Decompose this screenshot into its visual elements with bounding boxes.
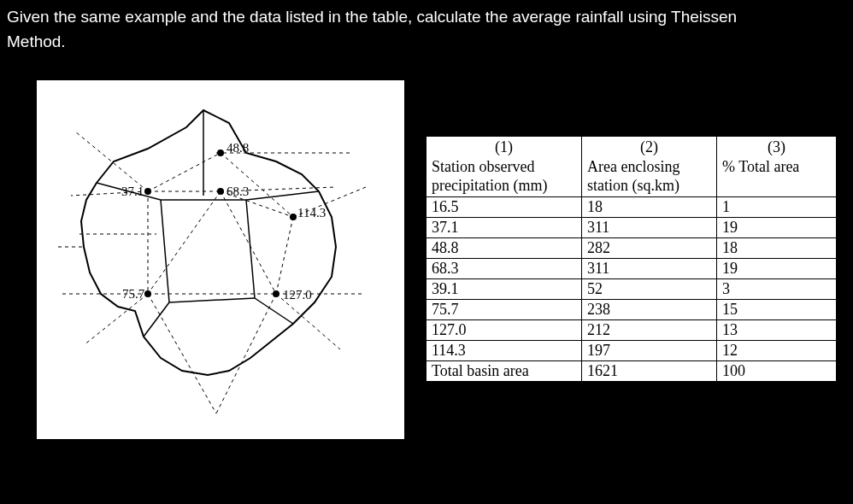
- col1-header: (1) Station observed precipitation (mm): [426, 137, 582, 197]
- station-label: 114.3: [297, 206, 326, 220]
- basin-outline: [81, 110, 336, 375]
- cell-pct: 3: [717, 278, 837, 299]
- table-row: 114.319712: [426, 340, 837, 360]
- cell-precip: 127.0: [426, 319, 582, 340]
- poly-edge: [169, 298, 255, 302]
- col1-num: (1): [432, 138, 576, 157]
- cell-area: 282: [582, 237, 717, 258]
- question-text: Given the same example and the data list…: [0, 0, 853, 59]
- theissen-diagram: 48.8 37.1 68.3 114.3 75.7 127.0: [37, 80, 404, 439]
- col2-text: Area enclosing station (sq.km): [587, 157, 711, 196]
- cell-precip: 37.1: [426, 217, 582, 237]
- table-row: 48.828218: [426, 237, 837, 258]
- col1-text: Station observed precipitation (mm): [432, 157, 576, 196]
- cell-pct: 18: [717, 237, 837, 258]
- cell-precip: 114.3: [426, 340, 582, 360]
- station-label: 37.1: [121, 185, 144, 198]
- cell-precip: 75.7: [426, 299, 582, 319]
- table-body: 16.5181 37.131119 48.828218 68.331119 39…: [426, 196, 837, 381]
- construction-line: [75, 132, 148, 191]
- cell-area: 18: [582, 196, 717, 217]
- diagram-svg: 48.8 37.1 68.3 114.3 75.7 127.0: [37, 80, 404, 439]
- cell-pct: 1: [717, 196, 837, 217]
- table-header-row: (1) Station observed precipitation (mm) …: [426, 137, 837, 197]
- cell-pct: 19: [717, 217, 837, 237]
- cell-precip: 39.1: [426, 278, 582, 299]
- station-label: 48.8: [226, 141, 249, 155]
- data-table-wrap: (1) Station observed precipitation (mm) …: [426, 136, 837, 382]
- cell-area: 197: [582, 340, 717, 360]
- col2-header: (2) Area enclosing station (sq.km): [582, 137, 717, 197]
- poly-edge: [161, 200, 169, 302]
- cell-area: 212: [582, 319, 717, 340]
- construction-line: [148, 153, 221, 191]
- cell-precip: 16.5: [426, 196, 582, 217]
- station-label: 127.0: [283, 288, 312, 302]
- station-label: 75.7: [122, 287, 145, 301]
- poly-edge: [255, 298, 293, 324]
- col3-text: % Total area: [722, 157, 831, 177]
- cell-area: 311: [582, 258, 717, 278]
- poly-edge: [246, 200, 255, 298]
- question-line-1: Given the same example and the data list…: [7, 8, 737, 26]
- station-point: [273, 290, 279, 297]
- construction-line: [148, 191, 221, 294]
- poly-edge: [246, 191, 319, 200]
- cell-pct: 12: [717, 340, 837, 360]
- station-point: [217, 188, 224, 195]
- cell-pct: 15: [717, 299, 837, 319]
- cell-precip: 48.8: [426, 237, 582, 258]
- station-point: [217, 149, 224, 156]
- construction-line: [216, 294, 276, 413]
- question-line-2: Method.: [7, 32, 66, 50]
- station-point: [144, 290, 151, 297]
- table-row: 16.5181: [426, 196, 837, 217]
- cell-precip: 68.3: [426, 258, 582, 278]
- data-table: (1) Station observed precipitation (mm) …: [426, 136, 837, 382]
- table-row: 37.131119: [426, 217, 837, 237]
- construction-line: [276, 294, 340, 349]
- construction-line: [221, 191, 276, 294]
- table-row: 39.1523: [426, 278, 837, 299]
- cell-total-pct: 100: [717, 360, 837, 381]
- content-area: 48.8 37.1 68.3 114.3 75.7 127.0 (1) Stat…: [0, 59, 853, 448]
- col3-header: (3) % Total area: [717, 137, 837, 197]
- station-label: 68.3: [226, 185, 249, 198]
- table-row: 127.021213: [426, 319, 837, 340]
- table-row: 68.331119: [426, 258, 837, 278]
- col3-num: (3): [722, 138, 831, 157]
- col2-num: (2): [587, 138, 711, 157]
- cell-total-label: Total basin area: [426, 360, 582, 381]
- cell-area: 311: [582, 217, 717, 237]
- construction-line: [276, 217, 293, 294]
- table-row: 75.723815: [426, 299, 837, 319]
- table-total-row: Total basin area1621100: [426, 360, 837, 381]
- cell-total-area: 1621: [582, 360, 717, 381]
- cell-pct: 19: [717, 258, 837, 278]
- cell-area: 52: [582, 278, 717, 299]
- station-point: [144, 188, 151, 195]
- cell-pct: 13: [717, 319, 837, 340]
- cell-area: 238: [582, 299, 717, 319]
- poly-edge: [144, 302, 169, 337]
- station-point: [290, 214, 297, 220]
